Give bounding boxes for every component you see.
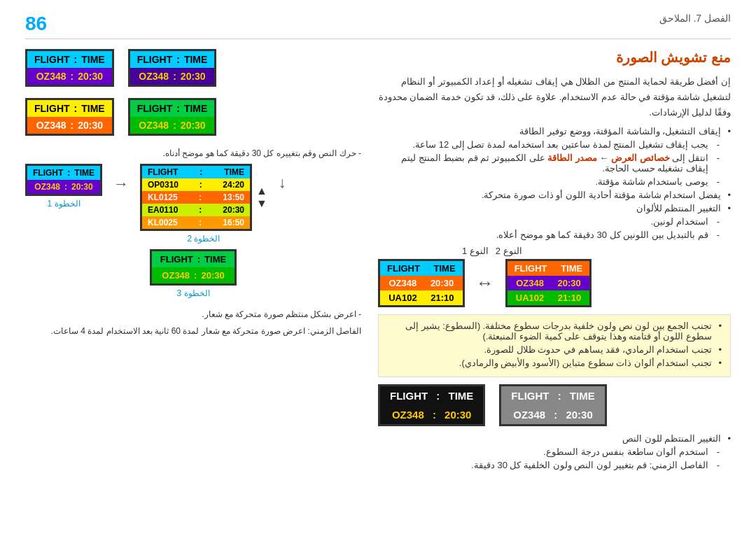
time-label2: TIME [184, 54, 207, 65]
step-caption: - حرك النص وقم بتغييره كل 30 دقيقة كما ه… [25, 147, 361, 160]
type-comparison-row: FLIGHT TIME OZ348 20:30 UA102 21:10 ↔ FL… [378, 259, 731, 307]
flight-time3: 20:30 [78, 120, 103, 131]
sub-3-1: استخدام لونين. [378, 216, 720, 227]
notes-section: - اعرض بشكل منتظم صورة متحركة مع شعار. ا… [25, 308, 361, 337]
step1-label: الخطوة 1 [47, 199, 80, 209]
steps-diagram: FLIGHT : TIME OZ348 : 20:30 الخطوة 1 → F… [25, 164, 361, 244]
bottom-widgets-row: FLIGHT : TIME OZ348 : 20:30 FLIGHT : TIM… [378, 384, 731, 426]
flight-time4: 20:30 [181, 120, 206, 131]
widget3-data-row: OZ348 : 20:30 [27, 117, 112, 134]
bottom-bullet-list: التغيير المنتظم للون النص استخدم ألوان س… [378, 433, 731, 470]
type2-widget: FLIGHT TIME OZ348 20:30 UA102 21:10 [505, 259, 592, 307]
section-title: منع تشويش الصورة [378, 49, 731, 66]
bottom-gray-widget: FLIGHT : TIME OZ348 : 20:30 [499, 384, 606, 426]
step3-area: FLIGHT : TIME OZ348 : 20:30 الخطوة 3 [25, 249, 361, 298]
bullet-1: إيقاف التشغيل، والشاشة المؤقتة، ووضع توف… [378, 126, 731, 136]
bottom-black-widget: FLIGHT : TIME OZ348 : 20:30 [378, 384, 485, 426]
note1: - اعرض بشكل منتظم صورة متحركة مع شعار. [25, 308, 361, 321]
sub-list-3: استخدام لونين. قم بالتبديل بين اللونين ك… [378, 216, 720, 240]
sub-1-2: انتقل إلى خصائص العرض ← مصدر الطاقة على … [378, 153, 720, 174]
flight-label: FLIGHT [34, 54, 70, 65]
widget-yellow-orange: FLIGHT : TIME OZ348 : 20:30 [25, 98, 114, 136]
sub-1-1: يجب إيقاف تشغيل المنتج لمدة ساعتين بعد ا… [378, 139, 720, 150]
arrow-step2-to-3: ↓ [279, 171, 286, 195]
arrow-step1-to-2: → [113, 175, 129, 193]
type-arrow: ↔ [476, 272, 494, 294]
widget-row-2: FLIGHT : TIME OZ348 : 20:30 FLIGHT : TIM… [25, 98, 361, 136]
sub-3-2: قم بالتبديل بين اللونين كل 30 دقيقة كما … [378, 230, 720, 240]
sub-1-3: يوصى باستخدام شاشة مؤقتة. [378, 176, 720, 187]
widget4-header-row: FLIGHT : TIME [130, 100, 215, 117]
flight-time2: 20:30 [181, 71, 206, 82]
highlight-item-2: تجنب استخدام الرمادي، فقد يساهم في حدوث … [387, 344, 722, 355]
widget-header-row: FLIGHT : TIME [27, 51, 112, 68]
left-column: FLIGHT : TIME OZ348 : 20:30 FLIGHT : TIM… [25, 49, 361, 342]
widget2-data-row: OZ348 : 20:30 [130, 68, 215, 85]
step1-block: FLIGHT : TIME OZ348 : 20:30 الخطوة 1 [25, 164, 102, 209]
type1-widget: FLIGHT TIME OZ348 20:30 UA102 21:10 [378, 259, 465, 307]
chapter-title: الفصل 7. الملاحق [659, 13, 731, 24]
bullet-3: التغيير المنتظم للألوان [378, 203, 731, 213]
widget2-header-row: FLIGHT : TIME [130, 51, 215, 68]
type2-label: النوع 2 [496, 246, 522, 256]
flight-num: OZ348 [36, 71, 66, 82]
sep1: : [74, 54, 78, 65]
sub-list-1: يجب إيقاف تشغيل المنتج لمدة ساعتين بعد ا… [378, 139, 720, 187]
step2-block: FLIGHT : TIME OP0310 : 24:20 KL0125 : 13… [140, 164, 267, 244]
time-label3: TIME [81, 103, 104, 114]
right-column: منع تشويش الصورة إن أفضل طريقة لحماية ال… [378, 49, 731, 476]
highlight-item-3: تجنب استخدام ألوان ذات سطوع متباين (الأس… [387, 358, 722, 368]
step2-multi-display: FLIGHT : TIME OP0310 : 24:20 KL0125 : 13… [140, 164, 252, 231]
widget-data-row: OZ348 : 20:30 [27, 68, 112, 85]
note2: الفاصل الزمني: اعرض صورة متحركة مع شعار … [25, 325, 361, 337]
page-number: 86 [25, 13, 47, 35]
type1-label: النوع 1 [462, 246, 489, 256]
time-label: TIME [81, 54, 104, 65]
flight-label4: FLIGHT [137, 103, 173, 114]
flight-num4: OZ348 [139, 120, 169, 131]
widget-cyan-darkpurple: FLIGHT : TIME OZ348 : 20:30 [128, 49, 217, 87]
highlight-box: تجنب الجمع بين لون نص ولون خلفية بدرجات … [378, 314, 731, 377]
header-divider [25, 38, 731, 39]
step3-widget: FLIGHT : TIME OZ348 : 20:30 [150, 249, 237, 286]
time-label4: TIME [184, 103, 207, 114]
widget-green: FLIGHT : TIME OZ348 : 20:30 [128, 98, 217, 136]
scroll-arrows: ▲ ▼ [256, 185, 267, 209]
widget-row-1: FLIGHT : TIME OZ348 : 20:30 FLIGHT : TIM… [25, 49, 361, 87]
bullet-2: يفضل استخدام شاشة مؤقتة أحادية اللون أو … [378, 190, 731, 200]
sep2: : [71, 71, 74, 82]
intro-paragraph: إن أفضل طريقة لحماية المنتج من الظلال هي… [378, 74, 731, 120]
step3-label: الخطوة 3 [176, 288, 209, 298]
flight-num2: OZ348 [139, 71, 169, 82]
sub-list-4: استخدم ألوان ساطعة بنفس درجة السطوع. الف… [378, 447, 720, 470]
highlight-item-1: تجنب الجمع بين لون نص ولون خلفية بدرجات … [387, 321, 722, 342]
sub-4-2: الفاصل الزمني: قم بتغيير لون النص ولون ا… [378, 460, 720, 470]
widget4-data-row: OZ348 : 20:30 [130, 117, 215, 134]
flight-label3: FLIGHT [34, 103, 70, 114]
sub-4-1: استخدم ألوان ساطعة بنفس درجة السطوع. [378, 447, 720, 457]
step2-label: الخطوة 2 [187, 234, 220, 244]
widget-cyan-purple: FLIGHT : TIME OZ348 : 20:30 [25, 49, 114, 87]
widget3-header-row: FLIGHT : TIME [27, 100, 112, 117]
flight-num3: OZ348 [36, 120, 66, 131]
bottom-bullet-4: التغيير المنتظم للون النص [378, 433, 731, 444]
flight-label2: FLIGHT [137, 54, 173, 65]
main-bullet-list: إيقاف التشغيل، والشاشة المؤقتة، ووضع توف… [378, 126, 731, 240]
step1-widget: FLIGHT : TIME OZ348 : 20:30 [25, 164, 102, 196]
flight-time: 20:30 [78, 71, 103, 82]
